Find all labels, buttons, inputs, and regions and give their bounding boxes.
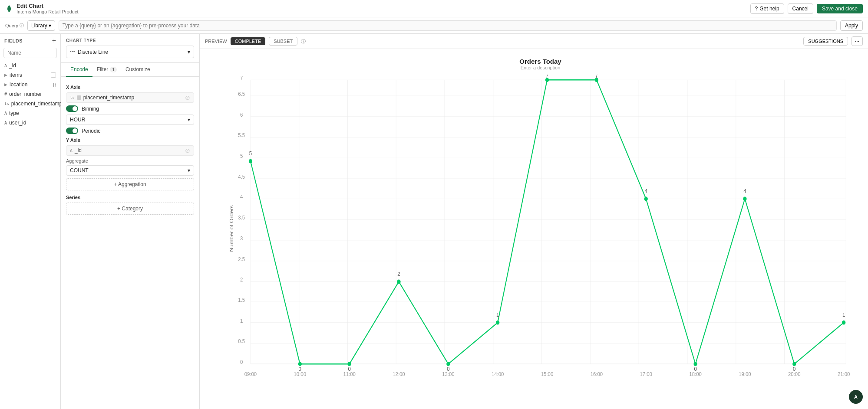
line-chart-icon: 〜 — [70, 48, 75, 56]
chart-area: PREVIEW COMPLETE SUBSET ⓘ SUGGESTIONS ··… — [200, 34, 868, 409]
svg-text:Number of Orders: Number of Orders — [229, 205, 234, 252]
field-name: location — [10, 82, 27, 88]
svg-text:17:00: 17:00 — [640, 371, 652, 377]
x-axis-delete-button[interactable]: ⊘ — [185, 95, 190, 101]
encode-tabs: Encode Filter 1 Customize — [61, 63, 199, 77]
tab-filter[interactable]: Filter 1 — [92, 63, 121, 77]
field-item[interactable]: # order_number — [0, 89, 60, 99]
svg-text:19:00: 19:00 — [739, 371, 751, 377]
field-item[interactable]: A user_id — [0, 118, 60, 128]
mongo-logo-icon — [5, 5, 13, 13]
svg-text:2: 2 — [397, 271, 400, 277]
apply-button[interactable]: Apply — [840, 20, 863, 31]
y-field-name: _id — [75, 147, 82, 154]
svg-text:18:00: 18:00 — [689, 371, 702, 377]
bin-type-value: HOUR — [70, 117, 85, 123]
svg-text:0.5: 0.5 — [238, 338, 245, 345]
filter-badge: 1 — [110, 67, 117, 72]
periodic-toggle[interactable] — [66, 128, 78, 134]
query-info-icon: ⓘ — [20, 23, 24, 29]
top-bar-left: Edit Chart Interns Mongo Retail Product — [5, 3, 78, 14]
chevron-down-icon: ▾ — [49, 23, 51, 29]
field-item[interactable]: ▶ location {} — [0, 80, 60, 89]
chart-type-selector[interactable]: 〜 Discrete Line ▾ — [66, 46, 194, 58]
y-axis-delete-button[interactable]: ⊘ — [185, 147, 190, 154]
data-point — [397, 280, 400, 284]
binning-toggle[interactable] — [66, 105, 78, 112]
aggregate-value: COUNT — [70, 167, 89, 173]
query-bar: Query ⓘ Library ▾ Apply — [0, 17, 868, 34]
field-name: order_number — [9, 91, 42, 97]
save-close-button[interactable]: Save and close — [817, 4, 863, 13]
periodic-label: Periodic — [82, 128, 100, 134]
field-name: _id — [9, 62, 16, 69]
svg-text:4: 4 — [743, 188, 746, 194]
user-avatar[interactable]: A — [849, 390, 863, 404]
subset-info-icon[interactable]: ⓘ — [301, 38, 306, 45]
tab-encode[interactable]: Encode — [66, 63, 92, 77]
fields-search-input[interactable] — [3, 48, 57, 58]
fields-list: A _id ▶ items ▶ location {} — [0, 61, 60, 128]
chart-type-label: CHART TYPE — [66, 38, 194, 43]
get-help-button[interactable]: ? Get help — [750, 3, 784, 14]
field-item[interactable]: A _id — [0, 61, 60, 70]
tab-complete[interactable]: COMPLETE — [231, 37, 266, 45]
svg-text:5: 5 — [249, 150, 252, 157]
suggestions-button[interactable]: SUGGESTIONS — [803, 37, 848, 46]
add-category-button[interactable]: + Category — [66, 203, 194, 215]
svg-text:5.5: 5.5 — [238, 132, 245, 139]
svg-text:1.5: 1.5 — [238, 297, 245, 303]
library-button[interactable]: Library ▾ — [27, 20, 55, 31]
field-name: items — [10, 72, 22, 78]
field-item[interactable]: ▶ items — [0, 70, 60, 80]
cancel-button[interactable]: Cancel — [788, 3, 813, 14]
top-bar: Edit Chart Interns Mongo Retail Product … — [0, 0, 868, 17]
field-item[interactable]: ts placement_timestamp — [0, 99, 60, 108]
x-axis-field-row: ts placement_timestamp ⊘ — [66, 92, 194, 103]
chart-type-value: Discrete Line — [78, 49, 108, 55]
field-type-icon: ts — [4, 101, 9, 106]
svg-text:Placement Time: Placement Time — [528, 382, 567, 383]
svg-text:16:00: 16:00 — [591, 371, 603, 377]
add-aggregation-button[interactable]: + Aggregation — [66, 178, 194, 190]
svg-text:0: 0 — [240, 359, 243, 365]
aggregate-select[interactable]: COUNT ▾ — [66, 165, 194, 176]
field-type-icon: A — [4, 111, 7, 116]
bin-type-select[interactable]: HOUR ▾ — [66, 115, 194, 125]
x-field-name: placement_timestamp — [83, 95, 134, 101]
field-object-icon: {} — [53, 82, 56, 87]
preview-label: PREVIEW — [205, 39, 227, 44]
field-item[interactable]: A type — [0, 108, 60, 118]
svg-text:4.5: 4.5 — [238, 173, 245, 180]
data-point — [496, 321, 499, 325]
svg-text:7: 7 — [546, 75, 548, 79]
add-field-button[interactable]: + — [52, 37, 56, 44]
field-name: type — [9, 110, 19, 116]
chevron-down-icon: ▾ — [188, 167, 190, 173]
chevron-right-icon: ▶ — [4, 73, 7, 77]
tab-customize[interactable]: Customize — [121, 63, 155, 77]
svg-text:4: 4 — [645, 188, 647, 194]
y-axis-label: Y Axis — [66, 137, 194, 143]
svg-text:3.5: 3.5 — [238, 214, 245, 221]
chevron-right-icon: ▶ — [4, 82, 7, 87]
tab-subset[interactable]: SUBSET — [269, 37, 297, 46]
data-point — [842, 321, 845, 325]
field-type-icon: A — [4, 121, 7, 125]
page-subtitle: Interns Mongo Retail Product — [17, 9, 78, 14]
svg-text:7: 7 — [240, 75, 243, 81]
svg-text:11:00: 11:00 — [343, 371, 356, 377]
svg-text:10:00: 10:00 — [294, 371, 307, 377]
data-point — [743, 197, 746, 201]
x-field-color-icon — [77, 95, 81, 100]
periodic-row: Periodic — [66, 128, 194, 134]
x-field-type-icon: ts — [70, 95, 75, 100]
binning-label: Binning — [82, 106, 99, 112]
field-type-icon: # — [4, 92, 7, 97]
svg-text:3: 3 — [240, 235, 243, 242]
config-panel: CHART TYPE 〜 Discrete Line ▾ Encode Filt… — [61, 34, 200, 409]
more-options-button[interactable]: ··· — [851, 36, 863, 46]
query-input[interactable] — [59, 20, 837, 31]
chart-toolbar: PREVIEW COMPLETE SUBSET ⓘ SUGGESTIONS ··… — [200, 34, 868, 49]
y-axis-field-row: A _id ⊘ — [66, 145, 194, 156]
